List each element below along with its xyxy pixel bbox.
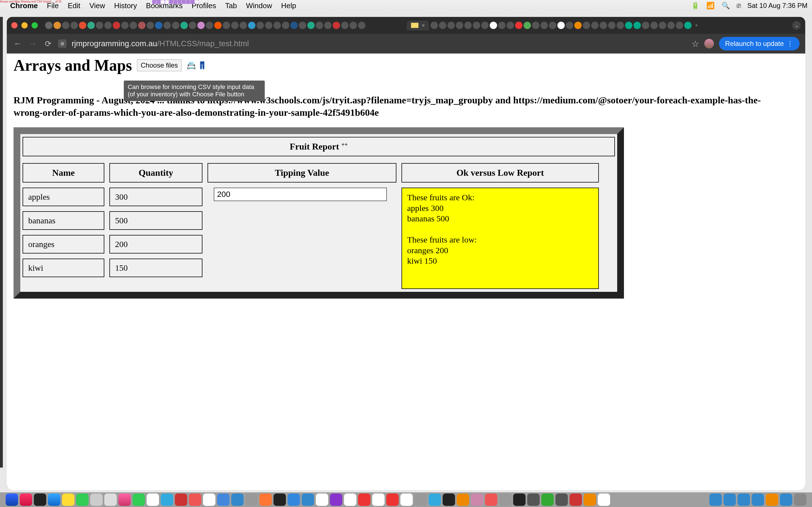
dock-app-icon[interactable] — [175, 494, 187, 506]
tab-icon[interactable] — [549, 22, 556, 29]
cell-name[interactable]: oranges — [22, 235, 104, 253]
tab-icon[interactable] — [214, 22, 221, 29]
cell-quantity[interactable]: 500 — [109, 211, 202, 230]
bookmark-star-icon[interactable]: ☆ — [692, 39, 699, 49]
dock-app-icon[interactable] — [513, 494, 525, 506]
tab-icon[interactable] — [257, 22, 264, 29]
dock-app-icon[interactable] — [231, 494, 244, 506]
tab-icon[interactable] — [189, 22, 196, 29]
tab-icon[interactable] — [223, 22, 230, 29]
dock-app-icon[interactable] — [6, 494, 18, 506]
relaunch-button[interactable]: Relaunch to update ⋮ — [719, 37, 800, 50]
dock-app-icon[interactable] — [330, 494, 342, 506]
tab-icon[interactable] — [566, 22, 573, 29]
tab-icon[interactable] — [333, 22, 340, 29]
dock-app-icon[interactable] — [217, 494, 230, 506]
tab-icon[interactable] — [341, 22, 349, 29]
tab-icon[interactable] — [659, 22, 666, 29]
menu-edit[interactable]: Edit — [68, 1, 80, 10]
tab-icon[interactable] — [557, 22, 565, 29]
tab-icon[interactable] — [113, 22, 120, 29]
cell-name[interactable]: bananas — [22, 211, 104, 230]
tab-icon[interactable] — [625, 22, 632, 29]
dock-app-icon[interactable] — [133, 494, 145, 506]
tab-icon[interactable] — [163, 22, 171, 29]
new-tab-button[interactable]: + — [693, 22, 700, 29]
menu-window[interactable]: Window — [246, 1, 272, 10]
dock-app-icon[interactable] — [245, 494, 258, 506]
tab-icon[interactable] — [316, 22, 323, 29]
tab-icon[interactable] — [473, 22, 480, 29]
dock-trash-icon[interactable] — [794, 494, 806, 506]
dock-app-icon[interactable] — [48, 494, 60, 506]
tab-icon[interactable] — [541, 22, 548, 29]
dock-app-icon[interactable] — [273, 494, 286, 506]
cell-name[interactable]: apples — [22, 187, 104, 206]
tab-icon[interactable] — [523, 22, 531, 29]
tab-icon[interactable] — [197, 22, 205, 29]
tab-icon[interactable] — [515, 22, 522, 29]
tab-icon[interactable] — [591, 22, 599, 29]
cell-name[interactable]: kiwi — [22, 259, 104, 277]
reload-button[interactable]: ⟳ — [43, 39, 53, 49]
tab-icon[interactable] — [676, 22, 683, 29]
close-tab-button[interactable]: × — [421, 22, 425, 29]
tab-icon[interactable] — [583, 22, 590, 29]
profile-avatar[interactable] — [704, 39, 714, 48]
menu-history[interactable]: History — [114, 1, 137, 10]
tab-icon[interactable] — [439, 22, 446, 29]
dock-app-icon[interactable] — [541, 494, 554, 506]
fullscreen-window-button[interactable] — [32, 22, 38, 29]
tab-icon[interactable] — [70, 22, 78, 29]
tab-icon[interactable] — [430, 22, 438, 29]
tab-icon[interactable] — [138, 22, 146, 29]
menu-view[interactable]: View — [89, 1, 105, 10]
tab-icon[interactable] — [498, 22, 506, 29]
dock-app-icon[interactable] — [414, 494, 427, 506]
cell-quantity[interactable]: 150 — [109, 259, 202, 277]
dock-app-icon[interactable] — [358, 494, 370, 506]
tab-icon[interactable] — [104, 22, 112, 29]
tab-icon[interactable] — [667, 22, 675, 29]
tab-icon[interactable] — [307, 22, 315, 29]
tab-icon[interactable] — [633, 22, 641, 29]
tab-icon[interactable] — [273, 22, 281, 29]
cell-quantity[interactable]: 300 — [109, 187, 202, 206]
back-button[interactable]: ← — [12, 39, 22, 49]
inventory-emoji-buttons[interactable]: 📇 👖 — [187, 61, 207, 70]
tab-icon[interactable] — [456, 22, 463, 29]
tab-icon[interactable] — [121, 22, 129, 29]
clock[interactable]: Sat 10 Aug 7:36 PM — [748, 2, 808, 10]
dock-app-icon[interactable] — [598, 494, 610, 506]
tab-icon[interactable] — [290, 22, 298, 29]
tab-icon[interactable] — [532, 22, 539, 29]
dock-app-icon[interactable] — [344, 494, 356, 506]
dock-app-icon[interactable] — [20, 494, 32, 506]
site-info-icon[interactable]: ⚙ — [58, 40, 66, 48]
dock-app-icon[interactable] — [738, 494, 750, 506]
tab-icon[interactable] — [155, 22, 162, 29]
dock-app-icon[interactable] — [90, 494, 103, 506]
dock-app-icon[interactable] — [752, 494, 764, 506]
tab-icon[interactable] — [54, 22, 61, 29]
choose-files-button[interactable]: Choose files — [137, 59, 182, 71]
tipping-value-input[interactable] — [214, 187, 387, 201]
dock-app-icon[interactable] — [400, 494, 413, 506]
tab-icon[interactable] — [651, 22, 658, 29]
dock-app-icon[interactable] — [302, 494, 314, 506]
dock-app-icon[interactable] — [189, 494, 201, 506]
tab-icon[interactable] — [642, 22, 649, 29]
dock-app-icon[interactable] — [76, 494, 89, 506]
dock-app-icon[interactable] — [288, 494, 300, 506]
tab-icon[interactable] — [240, 22, 247, 29]
dock-app-icon[interactable] — [527, 494, 540, 506]
dock-app-icon[interactable] — [485, 494, 497, 506]
control-center-icon[interactable]: ⎚ — [737, 2, 741, 10]
tab-icon[interactable] — [490, 22, 497, 29]
tab-icon[interactable] — [282, 22, 289, 29]
tab-icon[interactable] — [350, 22, 357, 29]
dock-app-icon[interactable] — [569, 494, 582, 506]
tab-icon[interactable] — [87, 22, 95, 29]
tab-icon[interactable] — [231, 22, 239, 29]
dock-app-icon[interactable] — [316, 494, 328, 506]
